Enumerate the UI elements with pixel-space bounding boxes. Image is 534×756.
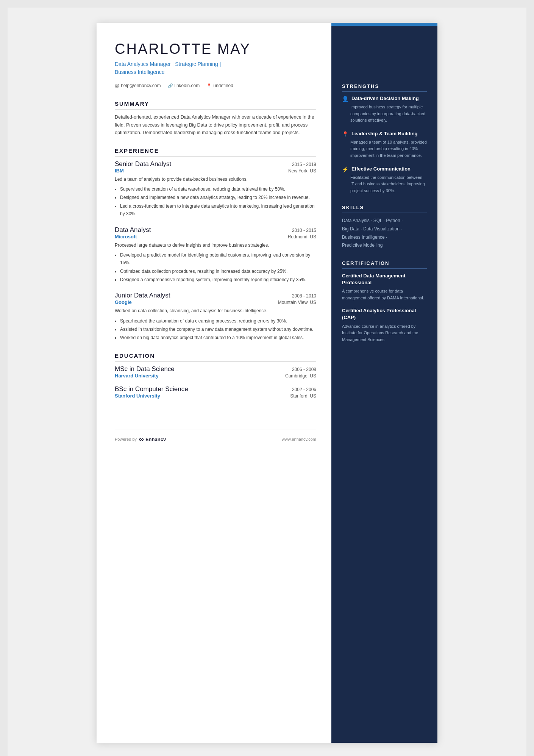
exp-job-title: Senior Data Analyst xyxy=(115,160,171,168)
edu-degree: BSc in Computer Science xyxy=(115,385,188,393)
strength-item: 📍 Leadership & Team Building Managed a t… xyxy=(342,131,427,159)
skills-title: SKILLS xyxy=(342,205,427,213)
skills-text: Data Analysis · SQL · Python · Big Data … xyxy=(342,217,427,249)
email-icon: @ xyxy=(115,83,119,88)
contact-linkedin: 🔗 linkedin.com xyxy=(168,83,200,88)
cert-description: Advanced course in analytics offered by … xyxy=(342,323,427,343)
education-item: BSc in Computer Science 2002 - 2006 Stan… xyxy=(115,385,316,399)
experience-item: Junior Data Analyst 2008 - 2010 Google M… xyxy=(115,292,316,341)
exp-bullet: Assisted in transitioning the company to… xyxy=(120,326,316,333)
exp-company-row: IBM New York, US xyxy=(115,168,316,174)
exp-company-row: Google Mountain View, US xyxy=(115,299,316,305)
footer-logo-icon: ∞ xyxy=(139,435,143,443)
exp-company: IBM xyxy=(115,168,124,174)
edu-location: Cambridge, US xyxy=(285,373,316,379)
edu-header: MSc in Data Science 2006 - 2008 xyxy=(115,365,316,373)
strengths-title: STRENGTHS xyxy=(342,83,427,92)
exp-bullet: Worked on big data analytics project tha… xyxy=(120,334,316,341)
page: CHARLOTTE MAY Data Analytics Manager | S… xyxy=(8,8,526,756)
exp-location: New York, US xyxy=(288,168,316,174)
title-line1: Data Analytics Manager | Strategic Plann… xyxy=(115,61,221,67)
edu-dates: 2002 - 2006 xyxy=(292,387,316,392)
exp-job-title: Junior Data Analyst xyxy=(115,292,170,299)
cert-name: Certified Data Management Professional xyxy=(342,272,427,286)
experience-item: Data Analyst 2010 - 2015 Microsoft Redmo… xyxy=(115,226,316,284)
strength-name: ⚡ Effective Communication xyxy=(342,166,427,172)
contact-location: 📍 undefined xyxy=(206,83,233,88)
edu-location: Stanford, US xyxy=(290,393,316,399)
strength-name: 👤 Data-driven Decision Making xyxy=(342,95,427,102)
cert-name: Certified Analytics Professional (CAP) xyxy=(342,307,427,321)
skills-line: Big Data · Data Visualization · xyxy=(342,225,427,233)
linkedin-icon: 🔗 xyxy=(168,83,173,88)
edu-school: Harvard University xyxy=(115,373,159,379)
exp-location: Mountain View, US xyxy=(278,300,316,305)
edu-degree: MSc in Data Science xyxy=(115,365,175,373)
exp-bullet: Developed a predictive model for identif… xyxy=(120,251,316,267)
resume-wrapper: CHARLOTTE MAY Data Analytics Manager | S… xyxy=(97,23,437,743)
experience-item: Senior Data Analyst 2015 - 2019 IBM New … xyxy=(115,160,316,218)
exp-bullets-list: Spearheaded the automation of data clean… xyxy=(115,317,316,342)
candidate-title: Data Analytics Manager | Strategic Plann… xyxy=(115,60,316,76)
right-column: STRENGTHS 👤 Data-driven Decision Making … xyxy=(331,23,437,743)
footer-website: www.enhancv.com xyxy=(282,437,316,441)
resume: CHARLOTTE MAY Data Analytics Manager | S… xyxy=(97,23,437,743)
experience-title: EXPERIENCE xyxy=(115,147,316,157)
strength-name: 📍 Leadership & Team Building xyxy=(342,131,427,137)
experience-section: EXPERIENCE Senior Data Analyst 2015 - 20… xyxy=(115,147,316,342)
edu-dates: 2006 - 2008 xyxy=(292,367,316,372)
exp-bullet: Designed and implemented a new data anal… xyxy=(120,194,316,201)
edu-school-row: Harvard University Cambridge, US xyxy=(115,373,316,379)
edu-school-row: Stanford University Stanford, US xyxy=(115,393,316,399)
exp-bullets-list: Developed a predictive model for identif… xyxy=(115,251,316,284)
certification-item: Certified Data Management Professional A… xyxy=(342,272,427,302)
accent-bar xyxy=(331,23,437,26)
contact-row: @ help@enhancv.com 🔗 linkedin.com 📍 unde… xyxy=(115,83,316,88)
strength-icon-2: ⚡ xyxy=(342,166,348,172)
footer-powered-by: Powered by xyxy=(115,437,137,441)
summary-text: Detailed-oriented, experienced Data Anal… xyxy=(115,113,316,137)
exp-job-title: Data Analyst xyxy=(115,226,151,234)
exp-bullet: Led a cross-functional team to integrate… xyxy=(120,202,316,218)
certification-section: CERTIFICATION Certified Data Management … xyxy=(342,260,427,343)
certification-title: CERTIFICATION xyxy=(342,260,427,269)
edu-header: BSc in Computer Science 2002 - 2006 xyxy=(115,385,316,393)
exp-location: Redmond, US xyxy=(288,234,316,239)
education-section: EDUCATION MSc in Data Science 2006 - 200… xyxy=(115,352,316,399)
exp-header: Senior Data Analyst 2015 - 2019 xyxy=(115,160,316,168)
exp-header: Junior Data Analyst 2008 - 2010 xyxy=(115,292,316,299)
location-icon: 📍 xyxy=(206,83,212,88)
certification-item: Certified Analytics Professional (CAP) A… xyxy=(342,307,427,343)
strength-item: ⚡ Effective Communication Facilitated th… xyxy=(342,166,427,194)
exp-company-row: Microsoft Redmond, US xyxy=(115,234,316,239)
exp-company: Google xyxy=(115,299,132,305)
exp-bullets-list: Supervised the creation of a data wareho… xyxy=(115,185,316,218)
edu-school: Stanford University xyxy=(115,393,160,399)
header-section: CHARLOTTE MAY Data Analytics Manager | S… xyxy=(115,41,316,88)
exp-description: Processed large datasets to derive insig… xyxy=(115,242,316,249)
exp-bullet: Optimized data collection procedures, re… xyxy=(120,268,316,275)
strength-icon-1: 📍 xyxy=(342,131,348,137)
exp-description: Led a team of analysts to provide data-b… xyxy=(115,176,316,183)
contact-email: @ help@enhancv.com xyxy=(115,83,161,88)
exp-company: Microsoft xyxy=(115,234,137,239)
strength-item: 👤 Data-driven Decision Making Improved b… xyxy=(342,95,427,124)
left-column: CHARLOTTE MAY Data Analytics Manager | S… xyxy=(97,23,331,743)
strengths-section: STRENGTHS 👤 Data-driven Decision Making … xyxy=(342,83,427,194)
exp-bullet: Designed a comprehensive reporting syste… xyxy=(120,276,316,283)
strength-description: Facilitated the communication between IT… xyxy=(342,174,427,194)
exp-dates: 2015 - 2019 xyxy=(292,162,316,167)
exp-description: Worked on data collection, cleansing, an… xyxy=(115,307,316,315)
exp-bullet: Supervised the creation of a data wareho… xyxy=(120,185,316,193)
education-item: MSc in Data Science 2006 - 2008 Harvard … xyxy=(115,365,316,379)
exp-bullet: Spearheaded the automation of data clean… xyxy=(120,317,316,325)
exp-header: Data Analyst 2010 - 2015 xyxy=(115,226,316,234)
summary-section: SUMMARY Detailed-oriented, experienced D… xyxy=(115,100,316,137)
summary-title: SUMMARY xyxy=(115,100,316,110)
skills-line: Data Analysis · SQL · Python · xyxy=(342,217,427,225)
footer: Powered by ∞ Enhancv www.enhancv.com xyxy=(115,429,316,443)
title-line2: Business Intelligence xyxy=(115,69,165,75)
education-title: EDUCATION xyxy=(115,352,316,362)
strength-description: Improved business strategy for multiple … xyxy=(342,104,427,124)
candidate-name: CHARLOTTE MAY xyxy=(115,41,316,57)
